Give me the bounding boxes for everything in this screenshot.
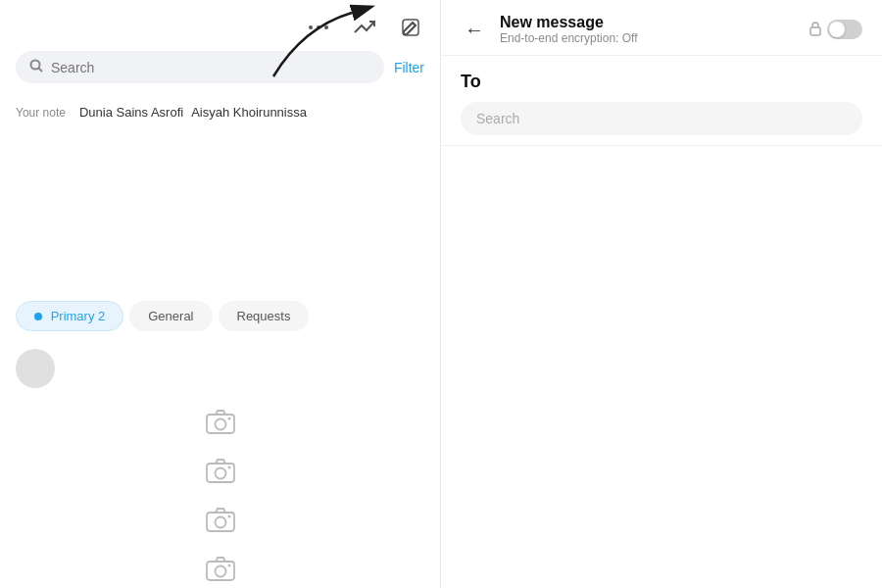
tab-primary[interactable]: Primary 2 [16,301,123,331]
left-panel: Filter Your note Dunia Sains Asrofi Aisy… [0,0,441,588]
search-box[interactable] [16,51,384,83]
your-note-label: Your note [16,106,66,120]
tab-requests[interactable]: Requests [219,301,310,331]
svg-point-15 [227,515,230,518]
message-body [441,146,882,588]
to-search-input[interactable]: Search [461,102,862,135]
contact-names: Dunia Sains Asrofi Aisyah Khoirunnissa [79,105,307,120]
filter-button[interactable]: Filter [394,60,424,75]
avatar [16,349,55,388]
svg-rect-3 [403,20,418,35]
back-button[interactable]: ← [461,15,488,45]
svg-point-11 [215,468,225,479]
camera-icon-4 [201,549,240,588]
search-input[interactable] [51,60,370,75]
tab-general[interactable]: General [129,301,212,331]
your-note-row: Your note Dunia Sains Asrofi Aisyah Khoi… [16,93,424,127]
lock-icon [808,21,822,39]
encryption-toggle-wrap [808,20,862,39]
right-panel: ← New message End-to-end encryption: Off… [441,0,882,588]
toggle-thumb [829,22,845,37]
svg-rect-19 [810,27,820,35]
svg-point-18 [227,564,230,567]
svg-point-2 [324,25,328,29]
compose-button[interactable] [397,14,424,41]
encryption-status: End-to-end encryption: Off [500,31,797,45]
left-top-bar [0,0,440,51]
right-header-info: New message End-to-end encryption: Off [500,14,797,45]
svg-point-17 [215,566,225,577]
search-icon [29,59,43,75]
tab-general-label: General [148,309,193,323]
svg-point-8 [215,419,225,430]
new-message-title: New message [500,14,797,31]
tab-primary-label: Primary 2 [51,309,106,323]
svg-point-9 [227,417,230,420]
tab-requests-label: Requests [237,309,291,323]
camera-icon-3 [201,500,240,539]
right-header: ← New message End-to-end encryption: Off [441,0,882,56]
search-row: Filter [0,51,440,93]
tabs-row: Primary 2 General Requests [0,295,440,341]
conversations-area: Your note Dunia Sains Asrofi Aisyah Khoi… [0,93,440,295]
to-label: To [461,72,862,92]
camera-icon-2 [201,451,240,490]
svg-point-12 [227,466,230,469]
svg-point-5 [31,61,40,70]
contact-name-2: Aisyah Khoirunnissa [191,105,307,120]
svg-point-1 [317,25,320,29]
svg-point-14 [215,517,225,528]
camera-icon-1 [201,402,240,441]
to-section: To Search [441,56,882,146]
svg-line-6 [39,69,43,73]
tab-dot [34,313,42,320]
trending-button[interactable] [350,15,379,40]
svg-point-0 [309,25,313,29]
camera-icon-list [0,392,440,588]
contact-name-1: Dunia Sains Asrofi [79,105,183,120]
encryption-toggle[interactable] [827,20,862,39]
more-options-button[interactable] [305,21,332,34]
